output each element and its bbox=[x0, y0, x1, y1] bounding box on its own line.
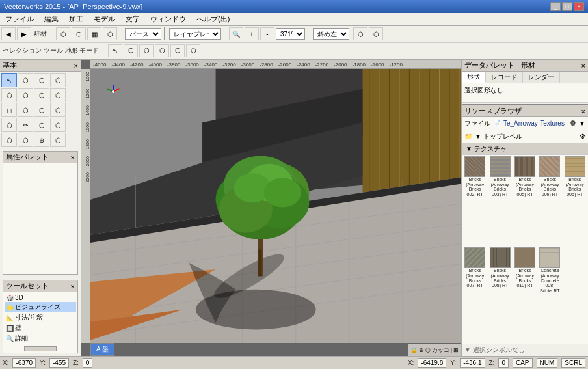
tb-back-btn[interactable]: ◀ bbox=[1, 27, 16, 40]
tb-zoom-in[interactable]: + bbox=[245, 27, 259, 40]
tool-select[interactable]: ↖ bbox=[1, 73, 17, 87]
tb-zoom-btn[interactable]: 🔍 bbox=[229, 27, 243, 40]
toolset-item-detail[interactable]: 🔍 詳細 bbox=[5, 333, 76, 344]
tab-shape[interactable]: 形状 bbox=[462, 72, 486, 83]
tool-17[interactable]: ⬡ bbox=[1, 133, 17, 147]
toolset-item-3d[interactable]: 🎲 3D bbox=[5, 294, 76, 302]
tool-9[interactable]: ◻ bbox=[1, 103, 17, 117]
tool-12[interactable]: ⬡ bbox=[50, 103, 66, 117]
file-settings-icon[interactable]: ⚙ bbox=[570, 119, 576, 128]
menu-model[interactable]: モデル bbox=[91, 13, 118, 25]
ruler-left-tick: -2000 bbox=[81, 154, 90, 171]
tool-6[interactable]: ⬡ bbox=[18, 88, 33, 102]
texture-label-9: Concrete (Arroway Concrete 008) Bricks R… bbox=[539, 268, 561, 293]
tb2-btn1[interactable]: ↖ bbox=[108, 44, 122, 57]
tab-render[interactable]: レンダー bbox=[523, 72, 560, 83]
resource-location-row: 📁 ▼ トップレベル ⚙ bbox=[462, 130, 588, 143]
maximize-button[interactable]: □ bbox=[562, 2, 572, 11]
data-palette-close[interactable]: × bbox=[581, 62, 585, 70]
tool-18[interactable]: ⬡ bbox=[18, 133, 33, 147]
texture-item-1[interactable]: Bricks (Arroway Bricks 002) RT bbox=[463, 156, 487, 246]
tb2-btn6[interactable]: ⬡ bbox=[186, 44, 200, 57]
ruler-left-tick: -1600 bbox=[81, 120, 90, 137]
toolbox-grid: ↖ ⬡ ⬡ ⬡ ⬡ ⬡ ⬡ ⬡ ◻ ⬡ ⬡ ⬡ ⬡ ✏ ⬡ ⬡ ⬡ ⬡ ⊕ ⬡ bbox=[0, 72, 81, 148]
toolset-item-visualize[interactable]: 🌟 ビジュアライズ bbox=[5, 302, 76, 312]
tool-3d[interactable]: ⬡ bbox=[34, 73, 49, 87]
snap-icon5[interactable]: ⊞ bbox=[453, 347, 459, 353]
toolset-visualize-label: ビジュアライズ bbox=[15, 303, 60, 312]
tb-render-btn[interactable]: ⬡ bbox=[353, 27, 368, 40]
view-angle-dropdown[interactable]: 斜め左 bbox=[313, 28, 349, 40]
tool-10[interactable]: ⬡ bbox=[18, 103, 33, 117]
texture-item-2[interactable]: Bricks (Arroway Bricks 003) RT bbox=[488, 156, 511, 246]
tb-btn4[interactable]: ⬡ bbox=[103, 27, 117, 40]
location-text[interactable]: ▼ トップレベル bbox=[475, 132, 522, 141]
layer-dropdown[interactable]: レイヤプレーン bbox=[169, 28, 221, 40]
texture-item-9[interactable]: Concrete (Arroway Concrete 008) Bricks R… bbox=[538, 247, 561, 342]
toolset-3d-label: 3D bbox=[15, 294, 23, 301]
properties-close[interactable]: × bbox=[71, 154, 75, 161]
section-label-text[interactable]: ▼ テクスチャ bbox=[466, 144, 507, 154]
tb2-btn4[interactable]: ⬡ bbox=[155, 44, 169, 57]
tool-2d[interactable]: ⬡ bbox=[18, 73, 33, 87]
view-dropdown[interactable]: パース bbox=[125, 28, 161, 40]
texture-item-5[interactable]: Bricks (Arroway Bricks 006) RT bbox=[563, 156, 587, 246]
tb2-btn3[interactable]: ⬡ bbox=[139, 44, 154, 57]
tool-15[interactable]: ⬡ bbox=[34, 118, 49, 132]
resource-browser-close[interactable]: × bbox=[581, 107, 585, 115]
tool-19[interactable]: ⊕ bbox=[34, 133, 49, 147]
file-name[interactable]: Te_Arroway-Textures bbox=[503, 120, 565, 127]
toolset-item-wall[interactable]: 🔲 壁 bbox=[5, 323, 76, 333]
tool-13[interactable]: ⬡ bbox=[1, 118, 17, 132]
tb-btn2[interactable]: ⬡ bbox=[72, 27, 86, 40]
tb-light-btn[interactable]: ⬡ bbox=[369, 27, 383, 40]
canvas-viewport[interactable] bbox=[90, 69, 461, 343]
tool-11[interactable]: ⬡ bbox=[34, 103, 49, 117]
toolset-item-dimensions[interactable]: 📐 寸法/注釈 bbox=[5, 312, 76, 323]
tool-8[interactable]: ⬡ bbox=[50, 88, 66, 102]
ruler-tick: -2000 bbox=[331, 62, 349, 68]
location-settings-icon[interactable]: ⚙ bbox=[580, 133, 585, 140]
menu-process[interactable]: 加工 bbox=[66, 13, 86, 25]
tool-4[interactable]: ⬡ bbox=[50, 73, 66, 87]
toolset-close[interactable]: × bbox=[71, 282, 75, 290]
tool-5[interactable]: ⬡ bbox=[1, 88, 17, 102]
tool-14[interactable]: ✏ bbox=[18, 118, 33, 132]
snap-icon2[interactable]: ⊕ bbox=[419, 347, 424, 353]
view-tab-a[interactable]: A 盤 bbox=[90, 343, 114, 356]
tab-record[interactable]: レコード bbox=[486, 72, 523, 83]
tb-sep5 bbox=[308, 27, 310, 40]
texture-item-8[interactable]: Bricks (Arroway Bricks 010) RT bbox=[513, 247, 537, 342]
menu-text[interactable]: 文字 bbox=[123, 13, 142, 25]
window-controls[interactable]: _ □ × bbox=[550, 2, 584, 11]
selection-text: 選択図形なし bbox=[464, 87, 503, 94]
snap-icon3[interactable]: ⬡ bbox=[425, 347, 431, 353]
snap-icon1[interactable]: 🔒 bbox=[410, 347, 418, 353]
zoom-dropdown[interactable]: 371% bbox=[276, 28, 305, 40]
menu-edit[interactable]: 編集 bbox=[42, 13, 61, 25]
resource-browser-header: リソースブラウザ × bbox=[462, 105, 588, 117]
texture-item-3[interactable]: Bricks (Arroway Bricks 005) RT bbox=[513, 156, 537, 246]
toolset-resize-handle[interactable] bbox=[24, 346, 57, 351]
tool-20[interactable]: ⬡ bbox=[50, 133, 66, 147]
tb-zoom-out[interactable]: - bbox=[260, 27, 274, 40]
menu-window[interactable]: ウィンドウ bbox=[148, 13, 189, 25]
menu-file[interactable]: ファイル bbox=[3, 13, 36, 25]
texture-label-6: Bricks (Arroway Bricks 007) RT bbox=[464, 268, 486, 288]
texture-item-6[interactable]: Bricks (Arroway Bricks 007) RT bbox=[463, 247, 487, 342]
file-dropdown-icon[interactable]: ▼ bbox=[579, 120, 585, 127]
tb-btn3[interactable]: ▦ bbox=[87, 27, 101, 40]
tb2-btn5[interactable]: ⬡ bbox=[170, 44, 185, 57]
toolbox-close[interactable]: × bbox=[74, 62, 78, 70]
tool-7[interactable]: ⬡ bbox=[34, 88, 49, 102]
tb-btn1[interactable]: ⬡ bbox=[56, 27, 70, 40]
menu-help[interactable]: ヘルプ(出) bbox=[194, 13, 232, 25]
canvas-area[interactable]: -4600 -4400 -4200 -4000 -3800 -3600 -340… bbox=[81, 60, 461, 356]
tool-16[interactable]: ⬡ bbox=[50, 118, 66, 132]
tb2-btn2[interactable]: ⬡ bbox=[124, 44, 138, 57]
close-button[interactable]: × bbox=[574, 2, 584, 11]
texture-item-7[interactable]: Bricks (Arroway Bricks 008) RT bbox=[488, 247, 511, 342]
minimize-button[interactable]: _ bbox=[550, 2, 561, 11]
texture-item-4[interactable]: Bricks (Arroway Bricks 006) RT bbox=[538, 156, 561, 246]
tb-forward-btn[interactable]: ▶ bbox=[17, 27, 31, 40]
